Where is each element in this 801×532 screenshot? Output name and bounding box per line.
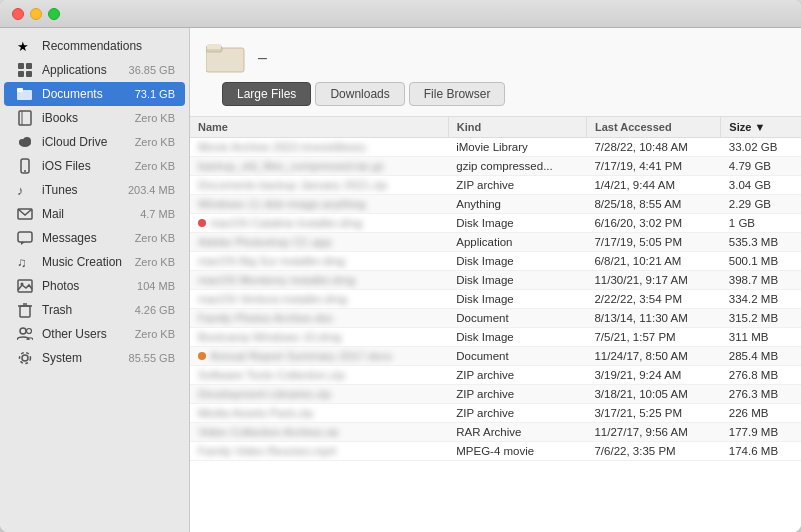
svg-text:♫: ♫ (17, 255, 27, 270)
table-header: NameKindLast AccessedSize ▼ (190, 117, 801, 138)
header-title-row: – (258, 47, 267, 68)
music-icon: ♪ (16, 181, 34, 199)
cell-size: 226 MB (721, 404, 801, 423)
cell-name: Family Photos Archive.doc (190, 309, 448, 328)
cell-kind: Disk Image (448, 252, 586, 271)
svg-rect-1 (18, 63, 24, 69)
table-row[interactable]: Bootcamp Windows 10.dmgDisk Image7/5/21,… (190, 328, 801, 347)
gear-icon (16, 349, 34, 367)
tab-large-files[interactable]: Large Files (222, 82, 311, 106)
cell-last-accessed: 6/8/21, 10:21 AM (586, 252, 720, 271)
table-row[interactable]: macOS Big Sur installer.dmgDisk Image6/8… (190, 252, 801, 271)
table-container[interactable]: NameKindLast AccessedSize ▼ Movie Archiv… (190, 117, 801, 532)
sidebar-item-other-users[interactable]: Other Users Zero KB (4, 322, 185, 346)
sidebar-item-system[interactable]: System 85.55 GB (4, 346, 185, 370)
sidebar-size: 4.26 GB (135, 304, 175, 316)
cell-size: 276.3 MB (721, 385, 801, 404)
cell-kind: Anything (448, 195, 586, 214)
cell-size: 535.3 MB (721, 233, 801, 252)
sidebar-item-photos[interactable]: Photos 104 MB (4, 274, 185, 298)
table-row[interactable]: Media Assets Pack.zipZIP archive3/17/21,… (190, 404, 801, 423)
table-row[interactable]: Family Video Reunion.mp4MPEG-4 movie7/6/… (190, 442, 801, 461)
table-row[interactable]: Software Tools Collection.zipZIP archive… (190, 366, 801, 385)
cell-name: Family Video Reunion.mp4 (190, 442, 448, 461)
cell-kind: Document (448, 347, 586, 366)
tab-file-browser[interactable]: File Browser (409, 82, 506, 106)
content-header: – Large FilesDownloadsFile Browser (190, 28, 801, 117)
sidebar-label: iTunes (42, 183, 128, 197)
sidebar-item-documents[interactable]: Documents 73.1 GB (4, 82, 185, 106)
close-button[interactable] (12, 8, 24, 20)
table-row[interactable]: Windows 11 disk image.anythingAnything8/… (190, 195, 801, 214)
grid-icon (16, 61, 34, 79)
sidebar-size: 104 MB (137, 280, 175, 292)
cell-name: Adobe Photoshop CC.app (190, 233, 448, 252)
sidebar-item-trash[interactable]: Trash 4.26 GB (4, 298, 185, 322)
table-row[interactable]: macOS Monterey installer.dmgDisk Image11… (190, 271, 801, 290)
table-row[interactable]: backup_old_files_compressed.tar.gzgzip c… (190, 157, 801, 176)
sidebar-size: Zero KB (135, 160, 175, 172)
sidebar-label: iCloud Drive (42, 135, 135, 149)
sidebar-size: 4.7 MB (140, 208, 175, 220)
sidebar-label: Documents (42, 87, 135, 101)
sidebar-size: Zero KB (135, 328, 175, 340)
sidebar-item-icloud-drive[interactable]: iCloud Drive Zero KB (4, 130, 185, 154)
cell-last-accessed: 11/27/17, 9:56 AM (586, 423, 720, 442)
cell-size: 1 GB (721, 214, 801, 233)
sidebar-size: Zero KB (135, 232, 175, 244)
traffic-lights (12, 8, 60, 20)
table-row[interactable]: Annual Report Summary 2017.docxDocument1… (190, 347, 801, 366)
sidebar-item-recommendations[interactable]: ★ Recommendations (4, 34, 185, 58)
cell-size: 285.4 MB (721, 347, 801, 366)
sidebar-item-messages[interactable]: Messages Zero KB (4, 226, 185, 250)
cell-name: Documents backup January 2021.zip (190, 176, 448, 195)
table-row[interactable]: Documents backup January 2021.zipZIP arc… (190, 176, 801, 195)
cell-name: macOS Catalina Installer.dmg (190, 214, 448, 233)
sidebar-size: 73.1 GB (135, 88, 175, 100)
sidebar-item-music-creation[interactable]: ♫ Music Creation Zero KB (4, 250, 185, 274)
header-info: – (258, 47, 267, 70)
svg-marker-17 (21, 242, 25, 245)
table-row[interactable]: Video Collection Archive.rarRAR Archive1… (190, 423, 801, 442)
col-header-size[interactable]: Size ▼ (721, 117, 801, 138)
maximize-button[interactable] (48, 8, 60, 20)
cell-name: macOS Ventura installer.dmg (190, 290, 448, 309)
tab-downloads[interactable]: Downloads (315, 82, 404, 106)
sidebar-item-applications[interactable]: Applications 36.85 GB (4, 58, 185, 82)
cell-last-accessed: 8/25/18, 8:55 AM (586, 195, 720, 214)
cell-kind: RAR Archive (448, 423, 586, 442)
sidebar-size: 36.85 GB (129, 64, 175, 76)
cell-size: 311 MB (721, 328, 801, 347)
main-window: ★ Recommendations Applications 36.85 GB … (0, 0, 801, 532)
sidebar-item-mail[interactable]: Mail 4.7 MB (4, 202, 185, 226)
sidebar-item-ibooks[interactable]: iBooks Zero KB (4, 106, 185, 130)
table-row[interactable]: Family Photos Archive.docDocument8/13/14… (190, 309, 801, 328)
cell-size: 276.8 MB (721, 366, 801, 385)
cell-last-accessed: 8/13/14, 11:30 AM (586, 309, 720, 328)
sidebar-item-itunes[interactable]: ♪ iTunes 203.4 MB (4, 178, 185, 202)
cell-kind: Disk Image (448, 328, 586, 347)
table-row[interactable]: Movie Archive 2022.imovielibraryiMovie L… (190, 138, 801, 157)
sidebar-label: Photos (42, 279, 137, 293)
col-header-last-accessed[interactable]: Last Accessed (586, 117, 720, 138)
sidebar-item-ios-files[interactable]: iOS Files Zero KB (4, 154, 185, 178)
cell-name: macOS Monterey installer.dmg (190, 271, 448, 290)
cell-last-accessed: 1/4/21, 9:44 AM (586, 176, 720, 195)
col-header-kind[interactable]: Kind (448, 117, 586, 138)
table-row[interactable]: Adobe Photoshop CC.appApplication7/17/19… (190, 233, 801, 252)
sidebar-size: Zero KB (135, 136, 175, 148)
sidebar-label: iOS Files (42, 159, 135, 173)
tab-bar: Large FilesDownloadsFile Browser (206, 82, 785, 106)
svg-point-25 (27, 329, 32, 334)
sidebar-label: Other Users (42, 327, 135, 341)
svg-rect-4 (26, 71, 32, 77)
table-row[interactable]: Development Libraries.zipZIP archive3/18… (190, 385, 801, 404)
cell-size: 174.6 MB (721, 442, 801, 461)
star-icon: ★ (16, 37, 34, 55)
minimize-button[interactable] (30, 8, 42, 20)
table-row[interactable]: macOS Ventura installer.dmgDisk Image2/2… (190, 290, 801, 309)
col-header-name[interactable]: Name (190, 117, 448, 138)
table-row[interactable]: macOS Catalina Installer.dmgDisk Image6/… (190, 214, 801, 233)
cell-kind: ZIP archive (448, 404, 586, 423)
svg-rect-7 (19, 111, 31, 125)
